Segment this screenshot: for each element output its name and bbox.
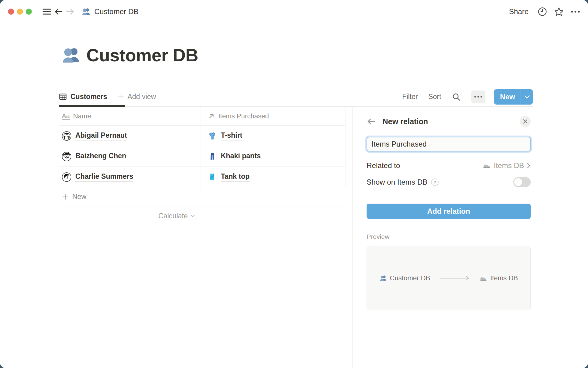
new-relation-panel: New relation Related to Items DB — [352, 107, 532, 368]
related-to-row[interactable]: Related to Items DB — [367, 159, 531, 172]
column-items-label: Items Purchased — [218, 112, 269, 120]
add-view-label: Add view — [127, 93, 156, 101]
name-cell[interactable]: Baizheng Chen — [59, 146, 201, 167]
plus-icon — [62, 194, 69, 200]
panel-close-button[interactable] — [520, 116, 531, 127]
customers-table: Aa Name Items Purchased Abigail Pernaut — [59, 107, 345, 225]
table-view-icon — [59, 93, 67, 101]
people-icon-large[interactable] — [61, 45, 81, 65]
item-link[interactable]: T-shirt — [221, 131, 242, 140]
panel-header: New relation — [367, 116, 531, 127]
add-view-button[interactable]: Add view — [115, 93, 156, 101]
zoom-window-button[interactable] — [26, 9, 32, 15]
preview-target-name: Items DB — [490, 274, 518, 282]
panel-back-button[interactable] — [367, 118, 376, 125]
table-header-row: Aa Name Items Purchased — [59, 107, 345, 126]
add-relation-button[interactable]: Add relation — [367, 204, 531, 219]
customer-name-link[interactable]: Charlie Summers — [75, 172, 133, 182]
topbar: Customer DB Share — [0, 0, 588, 23]
dot — [481, 96, 482, 98]
notion-window: Customer DB Share C — [0, 0, 588, 368]
column-header-name[interactable]: Aa Name — [59, 107, 201, 125]
dot — [474, 96, 476, 98]
items-cell[interactable]: Tank top — [201, 167, 345, 187]
sort-button[interactable]: Sort — [428, 93, 441, 101]
name-cell[interactable]: Charlie Summers — [59, 167, 201, 187]
show-on-toggle[interactable] — [513, 177, 531, 187]
plus-icon — [118, 94, 124, 100]
people-icon — [81, 7, 91, 16]
tab-customers[interactable]: Customers — [59, 87, 115, 106]
table-row: Charlie Summers Tank top — [59, 167, 345, 187]
new-button-label: New — [500, 93, 515, 101]
preview-label: Preview — [367, 233, 531, 240]
favorite-button[interactable] — [553, 6, 565, 17]
long-arrow-right-icon — [439, 276, 470, 281]
item-link[interactable]: Tank top — [221, 172, 250, 182]
traffic-lights — [8, 9, 32, 15]
search-icon[interactable] — [452, 92, 461, 102]
updates-button[interactable] — [537, 6, 548, 17]
shoe-icon-small — [479, 274, 487, 282]
table-row: Abigail Pernaut T-shirt — [59, 126, 345, 146]
sidebar-menu-button[interactable] — [41, 6, 53, 17]
column-header-items-purchased[interactable]: Items Purchased — [201, 107, 345, 125]
back-button[interactable] — [53, 6, 64, 17]
new-row-button[interactable]: New — [59, 187, 345, 206]
minimize-window-button[interactable] — [17, 9, 23, 15]
view-tabs: Customers Add view — [59, 87, 156, 106]
more-options-button[interactable] — [570, 6, 581, 17]
new-split-button: New — [494, 89, 533, 105]
tank-top-icon — [208, 172, 217, 182]
avatar-charlie-icon — [62, 172, 71, 182]
help-icon[interactable]: ? — [431, 178, 439, 186]
related-to-db-name: Items DB — [494, 161, 524, 170]
item-link[interactable]: Khaki pants — [221, 152, 261, 161]
relation-preview-card: Customer DB Items DB — [367, 246, 531, 310]
toggle-knob — [514, 178, 522, 186]
close-window-button[interactable] — [8, 9, 14, 15]
clock-icon — [537, 7, 547, 17]
breadcrumb[interactable]: Customer DB — [81, 7, 138, 16]
tab-customers-label: Customers — [70, 93, 107, 101]
filter-button[interactable]: Filter — [402, 93, 418, 101]
avatar-baizheng-icon — [62, 152, 71, 161]
customer-name-link[interactable]: Abigail Pernaut — [75, 131, 127, 140]
calculate-label: Calculate — [158, 212, 188, 220]
new-button-dropdown[interactable] — [521, 89, 533, 105]
pants-icon — [208, 152, 217, 161]
new-row-label: New — [72, 193, 86, 201]
related-to-label: Related to — [367, 161, 400, 170]
panel-title: New relation — [383, 117, 428, 126]
relation-arrow-icon — [208, 113, 215, 120]
hamburger-icon — [42, 8, 51, 16]
breadcrumb-title: Customer DB — [94, 7, 138, 16]
name-cell[interactable]: Abigail Pernaut — [59, 126, 201, 146]
people-icon-small — [379, 274, 387, 282]
topbar-actions: Share — [506, 6, 581, 17]
calculate-control[interactable]: Calculate — [59, 206, 201, 225]
text-property-icon: Aa — [62, 113, 70, 120]
page-title[interactable]: Customer DB — [86, 45, 198, 65]
ellipsis-icon — [571, 10, 580, 13]
view-bar: Customers Add view Filter Sort New — [59, 87, 533, 107]
chevron-right-icon — [527, 163, 531, 169]
avatar-abigail-icon — [62, 131, 71, 141]
forward-arrow-icon — [66, 8, 74, 15]
related-to-value: Items DB — [482, 161, 531, 170]
close-icon — [523, 119, 528, 124]
share-button[interactable]: Share — [506, 6, 532, 17]
forward-button[interactable] — [64, 6, 76, 17]
page-title-block: Customer DB — [61, 45, 198, 65]
add-relation-label: Add relation — [427, 207, 470, 216]
new-button[interactable]: New — [494, 89, 521, 105]
view-options-button[interactable] — [471, 90, 485, 103]
back-arrow-icon — [54, 8, 63, 15]
relation-name-input[interactable] — [367, 137, 531, 151]
items-cell[interactable]: Khaki pants — [201, 146, 345, 167]
show-on-row: Show on Items DB ? — [367, 176, 531, 188]
chevron-down-icon — [524, 95, 530, 99]
customer-name-link[interactable]: Baizheng Chen — [75, 152, 126, 161]
items-cell[interactable]: T-shirt — [201, 126, 345, 146]
star-icon — [554, 7, 564, 17]
